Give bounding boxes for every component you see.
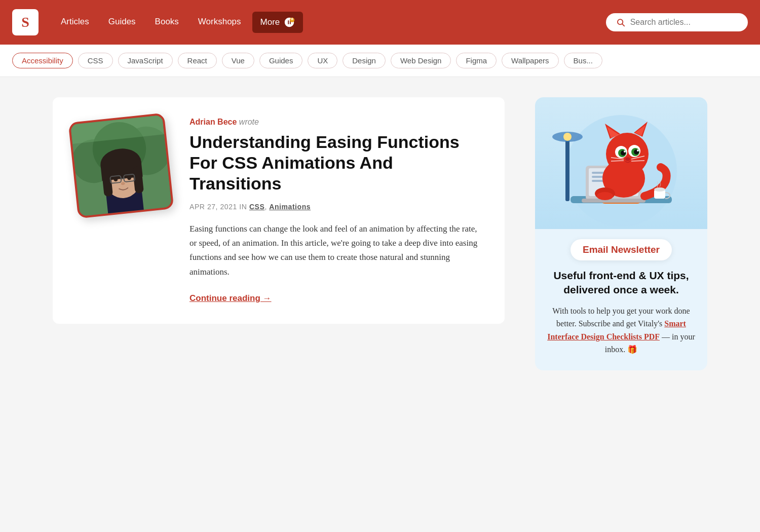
- tag-bus[interactable]: Bus...: [564, 53, 602, 68]
- svg-point-49: [597, 192, 613, 200]
- tag-vue[interactable]: Vue: [222, 53, 254, 68]
- nav-articles[interactable]: Articles: [53, 12, 97, 33]
- svg-line-47: [631, 161, 644, 161]
- nav-guides[interactable]: Guides: [100, 12, 144, 33]
- article-excerpt: Easing functions can change the look and…: [189, 222, 480, 279]
- sidebar: Email Newsletter Useful front-end & UX t…: [535, 97, 707, 370]
- svg-point-54: [654, 187, 665, 192]
- nav-links: Articles Guides Books Workshops More: [53, 12, 606, 33]
- article-category-css[interactable]: CSS: [249, 203, 264, 211]
- tag-design[interactable]: Design: [343, 53, 386, 68]
- author-illustration: [70, 113, 172, 218]
- newsletter-card: Email Newsletter Useful front-end & UX t…: [535, 97, 707, 370]
- tag-css[interactable]: CSS: [78, 53, 113, 68]
- author-line: Adrian Bece wrote: [189, 118, 480, 127]
- author-avatar: [68, 113, 174, 219]
- article-title: Understanding Easing Functions For CSS A…: [189, 132, 480, 194]
- newsletter-heading: Useful front-end & UX tips, delivered on…: [547, 269, 695, 297]
- svg-line-16: [121, 178, 124, 179]
- article-content: Adrian Bece wrote Understanding Easing F…: [189, 118, 480, 303]
- article-meta: APR 27, 2021 in CSS, Animations: [189, 203, 480, 211]
- nav-more[interactable]: More: [252, 12, 303, 33]
- article-card: Adrian Bece wrote Understanding Easing F…: [53, 97, 505, 324]
- continue-reading-link[interactable]: Continue reading →: [189, 293, 272, 303]
- main-nav: S Articles Guides Books Workshops More: [0, 0, 760, 45]
- main-content: Adrian Bece wrote Understanding Easing F…: [41, 77, 719, 391]
- tag-react[interactable]: React: [178, 53, 217, 68]
- tag-javascript[interactable]: JavaScript: [118, 53, 173, 68]
- article-image-wrap: [73, 118, 169, 214]
- nav-books[interactable]: Books: [147, 12, 187, 33]
- svg-point-41: [624, 150, 626, 153]
- newsletter-body: With tools to help you get your work don…: [547, 305, 695, 356]
- author-name[interactable]: Adrian Bece: [189, 118, 237, 126]
- tag-figma[interactable]: Figma: [456, 53, 497, 68]
- cat-illustration: [545, 97, 697, 229]
- svg-point-42: [637, 149, 639, 151]
- tag-bar: Accessibility CSS JavaScript React Vue G…: [0, 45, 760, 77]
- svg-line-2: [622, 24, 624, 26]
- svg-rect-28: [582, 199, 645, 203]
- tag-webdesign[interactable]: Web Design: [391, 53, 451, 68]
- search-input[interactable]: [630, 18, 738, 27]
- search-bar[interactable]: [606, 13, 748, 31]
- more-icon: [284, 17, 295, 28]
- newsletter-badge-text: Email Newsletter: [583, 244, 660, 255]
- svg-point-52: [563, 133, 572, 141]
- tag-wallpapers[interactable]: Wallpapers: [502, 53, 558, 68]
- article-section: Adrian Bece wrote Understanding Easing F…: [53, 97, 505, 324]
- search-icon: [616, 17, 625, 27]
- author-wrote: wrote: [239, 118, 259, 126]
- site-logo[interactable]: S: [12, 9, 39, 35]
- newsletter-illustration: [535, 97, 707, 229]
- tag-ux[interactable]: UX: [308, 53, 337, 68]
- svg-point-43: [625, 158, 630, 161]
- svg-point-30: [606, 133, 649, 175]
- article-date: APR 27, 2021: [189, 203, 237, 211]
- nav-workshops[interactable]: Workshops: [190, 12, 249, 33]
- article-category-animations[interactable]: Animations: [269, 203, 311, 211]
- tag-guides[interactable]: Guides: [259, 53, 303, 68]
- newsletter-badge: Email Newsletter: [571, 239, 672, 260]
- svg-line-45: [611, 161, 624, 161]
- svg-rect-50: [565, 138, 569, 201]
- tag-accessibility[interactable]: Accessibility: [12, 53, 73, 68]
